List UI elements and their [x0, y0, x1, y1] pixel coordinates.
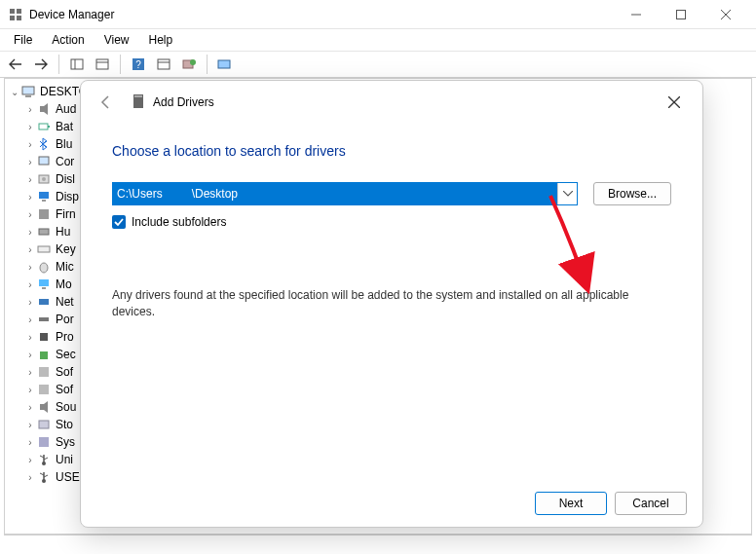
tree-item-label: Sof: [56, 383, 73, 396]
show-hide-tree-button[interactable]: [65, 54, 89, 75]
svg-rect-39: [39, 367, 49, 377]
expand-icon[interactable]: ›: [24, 350, 36, 360]
software-icon: [36, 364, 52, 380]
port-icon: [36, 312, 52, 327]
menu-file[interactable]: File: [4, 31, 42, 49]
usb-icon: [36, 469, 52, 485]
expand-icon[interactable]: ›: [24, 227, 36, 238]
help-button[interactable]: ?: [127, 54, 150, 75]
svg-rect-42: [39, 421, 49, 428]
expand-icon[interactable]: ›: [24, 367, 36, 378]
svg-rect-20: [25, 95, 31, 97]
tree-item-label: Sto: [56, 418, 73, 431]
back-button[interactable]: [4, 54, 27, 75]
tree-item-label: USE: [56, 470, 80, 484]
svg-point-17: [190, 59, 196, 65]
tree-item-label: Net: [56, 295, 74, 309]
svg-point-26: [42, 177, 46, 181]
cancel-button[interactable]: Cancel: [615, 492, 687, 515]
svg-rect-38: [40, 351, 48, 359]
next-button[interactable]: Next: [535, 492, 607, 515]
svg-rect-5: [677, 10, 686, 18]
expand-icon[interactable]: ›: [24, 157, 36, 167]
expand-icon[interactable]: ›: [24, 332, 36, 343]
menu-bar: File Action View Help: [0, 29, 756, 51]
expand-icon[interactable]: ›: [24, 139, 36, 150]
path-combobox[interactable]: [112, 182, 578, 205]
svg-rect-24: [39, 157, 49, 165]
expand-icon[interactable]: ›: [24, 297, 36, 308]
expand-icon[interactable]: ›: [24, 174, 36, 185]
maximize-button[interactable]: [659, 0, 703, 29]
expand-icon[interactable]: ›: [24, 455, 36, 465]
system-icon: [36, 434, 52, 450]
path-input[interactable]: [113, 183, 557, 204]
expand-icon[interactable]: ›: [24, 192, 36, 203]
tree-item-label: Disp: [56, 190, 79, 203]
tree-item-label: Sys: [56, 435, 75, 449]
tree-item-label: Hu: [56, 225, 70, 239]
include-subfolders-label: Include subfolders: [132, 215, 226, 229]
svg-rect-10: [96, 59, 108, 69]
expand-icon[interactable]: ›: [24, 279, 36, 290]
svg-rect-21: [40, 106, 44, 112]
dialog-close-button[interactable]: [660, 88, 689, 117]
expand-icon[interactable]: ›: [24, 420, 36, 430]
dialog-body: Choose a location to search for drivers …: [81, 124, 702, 480]
svg-rect-8: [71, 59, 83, 69]
expand-icon[interactable]: ›: [24, 122, 36, 132]
hid-icon: [36, 224, 52, 240]
expand-icon[interactable]: ›: [24, 262, 36, 273]
expand-icon[interactable]: ›: [24, 402, 36, 413]
forward-button[interactable]: [29, 54, 53, 75]
add-legacy-button[interactable]: [213, 54, 237, 75]
status-bar: [4, 535, 752, 554]
close-button[interactable]: [703, 0, 748, 29]
expand-icon[interactable]: ›: [24, 437, 36, 448]
menu-action[interactable]: Action: [42, 31, 94, 49]
svg-rect-43: [39, 437, 49, 447]
cancel-button-label: Cancel: [632, 497, 668, 510]
tree-item-label: Bat: [56, 120, 73, 133]
scan-button[interactable]: [152, 54, 175, 75]
storage-icon: [36, 417, 52, 432]
next-button-label: Next: [559, 497, 584, 510]
usb-icon: [36, 452, 52, 467]
add-drivers-dialog: Add Drivers Choose a location to search …: [80, 80, 703, 528]
keyboard-icon: [36, 241, 52, 257]
expand-icon[interactable]: ›: [24, 244, 36, 255]
dialog-title: Add Drivers: [153, 95, 214, 109]
expand-icon[interactable]: ›: [24, 314, 36, 325]
svg-rect-31: [38, 246, 50, 252]
expand-icon[interactable]: ›: [24, 472, 36, 483]
tree-item-label: Firn: [56, 207, 76, 221]
svg-rect-22: [39, 124, 48, 129]
svg-rect-37: [40, 333, 48, 341]
properties-button[interactable]: [91, 54, 114, 75]
sound-icon: [36, 399, 52, 415]
svg-rect-34: [42, 287, 46, 289]
svg-rect-3: [17, 16, 21, 20]
tree-item-label: Disl: [56, 172, 75, 186]
svg-rect-30: [39, 229, 49, 235]
expand-icon[interactable]: ›: [24, 104, 36, 115]
chevron-down-icon[interactable]: [557, 183, 577, 204]
svg-rect-0: [10, 9, 15, 14]
menu-view[interactable]: View: [94, 31, 139, 49]
update-driver-button[interactable]: [177, 54, 201, 75]
minimize-button[interactable]: [614, 0, 659, 29]
menu-help[interactable]: Help: [139, 31, 183, 49]
browse-button[interactable]: Browse...: [593, 182, 671, 205]
tree-item-label: Sec: [56, 348, 76, 361]
disk-icon: [36, 171, 52, 187]
svg-rect-33: [39, 279, 49, 286]
expand-icon[interactable]: ›: [24, 209, 36, 220]
include-subfolders-checkbox[interactable]: [112, 215, 126, 229]
svg-rect-29: [39, 209, 49, 219]
mouse-icon: [36, 259, 52, 275]
tree-item-label: Aud: [56, 102, 76, 116]
dialog-footer: Next Cancel: [81, 480, 702, 527]
expand-icon[interactable]: ›: [24, 385, 36, 395]
collapse-icon[interactable]: ⌄: [9, 87, 20, 97]
dialog-back-button[interactable]: [94, 91, 118, 114]
